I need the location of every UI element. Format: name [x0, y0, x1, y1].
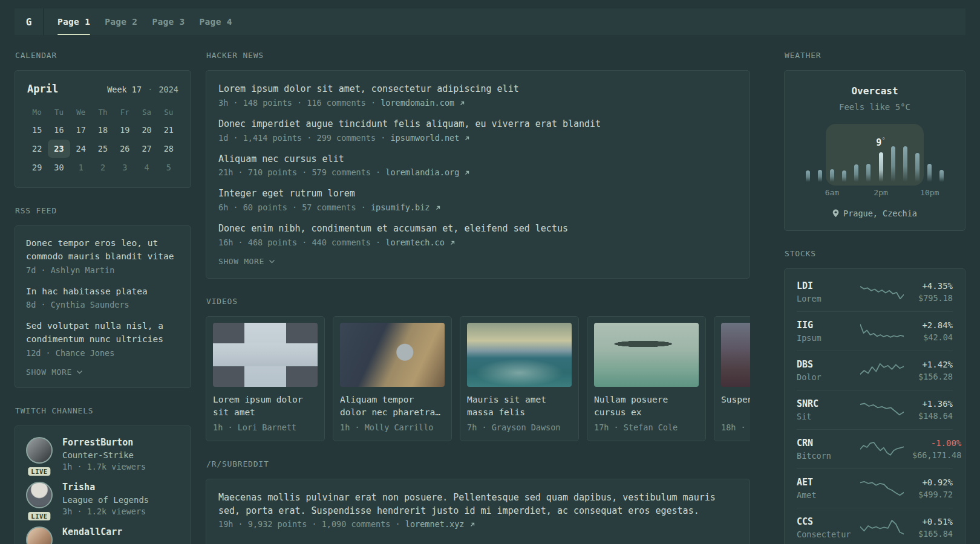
tab-page-4[interactable]: Page 4 — [200, 8, 232, 35]
calendar-grid: MoTuWeThFrSaSu15161718192021222324252627… — [26, 105, 180, 176]
calendar-day[interactable]: 28 — [158, 140, 180, 158]
section-title-rss: RSS FEED — [15, 206, 191, 215]
calendar-day[interactable]: 1 — [70, 158, 92, 176]
hn-domain-link[interactable]: loremtech.co — [385, 238, 456, 247]
weather-location[interactable]: Prague, Czechia — [797, 209, 953, 218]
calendar-day[interactable]: 20 — [136, 121, 157, 139]
hn-item[interactable]: Donec imperdiet augue tincidunt felis al… — [218, 118, 737, 143]
video-title: Aliquam tempor dolor nec pharetra… — [340, 393, 445, 419]
video-card[interactable]: Mauris sit amet massa felis7h · Grayson … — [460, 316, 579, 441]
stock-values: +4.35%$795.18 — [912, 281, 953, 303]
calendar-day[interactable]: 22 — [26, 140, 48, 158]
calendar-day[interactable]: 17 — [70, 121, 92, 139]
calendar-day[interactable]: 30 — [48, 158, 70, 176]
hn-item[interactable]: Donec enim nibh, condimentum et accumsan… — [218, 222, 737, 247]
rss-item[interactable]: In hac habitasse platea8d · Cynthia Saun… — [26, 285, 180, 310]
weather-hour-bar — [939, 170, 944, 182]
calendar-day[interactable]: 25 — [92, 140, 114, 158]
calendar-day-selected[interactable]: 23 — [48, 140, 70, 158]
stock-row[interactable]: CRNBitcorn-1.00%$66,171.48 — [797, 429, 953, 468]
hn-item[interactable]: Integer eget rutrum lorem6h · 60 points … — [218, 187, 737, 212]
reddit-domain-link[interactable]: loremnet.xyz — [405, 519, 475, 529]
stock-row[interactable]: IIGIpsum+2.84%$42.04 — [797, 311, 953, 351]
tab-page-1[interactable]: Page 1 — [57, 8, 90, 35]
section-title-hackernews: HACKER NEWS — [206, 51, 750, 60]
hn-domain-link[interactable]: ipsumify.biz — [371, 202, 441, 212]
stock-row[interactable]: SNRCSit+1.36%$148.64 — [797, 390, 953, 429]
hn-item-meta: 6h · 60 points · 57 comments · ipsumify.… — [218, 202, 737, 212]
twitch-channel[interactable]: KendallCarr — [26, 526, 180, 544]
rss-item-meta: 7d · Ashlyn Martin — [26, 265, 180, 275]
video-card[interactable]: Nullam posuere cursus ex17h · Stefan Col… — [587, 316, 706, 441]
stock-price: $499.72 — [912, 490, 953, 499]
reddit-post[interactable]: Maecenas mollis pulvinar erat non posuer… — [218, 491, 737, 529]
calendar-day[interactable]: 15 — [26, 121, 48, 139]
hn-item[interactable]: Aliquam nec cursus elit21h · 710 points … — [218, 153, 737, 178]
hn-item-meta: 1d · 1,414 points · 299 comments · ipsum… — [218, 133, 737, 143]
hn-item[interactable]: Lorem ipsum dolor sit amet, consectetur … — [218, 83, 737, 108]
stock-row[interactable]: LDILorem+4.35%$795.18 — [797, 273, 953, 311]
video-card[interactable]: Suspendisse diam18h · Tara — [714, 316, 750, 441]
external-link-icon — [464, 135, 470, 141]
video-card[interactable]: Aliquam tempor dolor nec pharetra…1h · M… — [333, 316, 452, 441]
app-logo[interactable]: G — [15, 8, 44, 35]
calendar-day[interactable]: 26 — [114, 140, 136, 158]
calendar-weekday: We — [70, 105, 92, 120]
video-card[interactable]: Lorem ipsum dolor sit amet consectetu…1h… — [206, 316, 325, 441]
hackernews-show-more-button[interactable]: SHOW MORE — [218, 257, 275, 266]
calendar-day[interactable]: 24 — [70, 140, 92, 158]
calendar-day[interactable]: 27 — [136, 140, 157, 158]
tab-page-3[interactable]: Page 3 — [152, 8, 185, 35]
stock-price: $795.18 — [912, 293, 953, 303]
hn-domain-link[interactable]: loremdomain.com — [381, 98, 465, 108]
weather-hour-bar — [927, 164, 932, 182]
hackernews-card: Lorem ipsum dolor sit amet, consectetur … — [206, 70, 750, 279]
rss-item[interactable]: Sed volutpat nulla nisl, a condimentum n… — [26, 320, 180, 358]
twitch-channel[interactable]: LIVETrishaLeague of Legends3h · 1.2k vie… — [26, 482, 180, 516]
weather-hour-bar — [818, 170, 822, 182]
calendar-day[interactable]: 4 — [136, 158, 157, 176]
stocks-card: LDILorem+4.35%$795.18IIGIpsum+2.84%$42.0… — [784, 268, 965, 544]
calendar-day[interactable]: 3 — [114, 158, 136, 176]
hn-item-meta: 16h · 468 points · 440 comments · loremt… — [218, 238, 737, 247]
video-meta: 18h · Tara — [721, 423, 750, 432]
hn-item-meta: 21h · 710 points · 579 comments · loreml… — [218, 167, 737, 177]
calendar-day[interactable]: 2 — [92, 158, 114, 176]
rss-show-more-button[interactable]: SHOW MORE — [26, 368, 83, 377]
twitch-meta: 3h · 1.2k viewers — [62, 507, 149, 516]
twitch-channel-list: LIVEForrestBurtonCounter-Strike1h · 1.7k… — [26, 437, 180, 544]
stock-row[interactable]: CCSConsectetur+0.51%$165.84 — [797, 508, 953, 544]
weather-hour-bar — [866, 164, 871, 182]
calendar-day[interactable]: 16 — [48, 121, 70, 139]
stock-name: Sit — [797, 412, 860, 421]
weather-hour-slot — [899, 140, 911, 182]
stock-row[interactable]: DBSDolor+1.42%$156.28 — [797, 351, 953, 390]
weather-hour-slot — [887, 140, 899, 182]
stock-sparkline — [860, 517, 904, 538]
hn-domain-link[interactable]: loremlandia.org — [385, 167, 470, 177]
rss-item[interactable]: Donec tempor eros leo, ut commodo mauris… — [26, 237, 180, 275]
twitch-channel-name: Trisha — [62, 482, 149, 493]
rss-item-meta: 8d · Cynthia Saunders — [26, 300, 180, 309]
twitch-channel[interactable]: LIVEForrestBurtonCounter-Strike1h · 1.7k… — [26, 437, 180, 471]
calendar-day[interactable]: 19 — [114, 121, 136, 139]
stock-row[interactable]: AETAmet+0.92%$499.72 — [797, 468, 953, 508]
stock-name: Lorem — [797, 294, 860, 303]
calendar-week: Week 17 · 2024 — [107, 85, 178, 94]
hn-domain-link[interactable]: ipsumworld.net — [390, 133, 470, 143]
calendar-widget: CALENDAR April Week 17 · 2024 MoTuWeThFr… — [15, 51, 191, 188]
weather-widget: WEATHER Overcast Feels like 5°C 9° 6am2p… — [784, 51, 965, 231]
calendar-day[interactable]: 18 — [92, 121, 114, 139]
calendar-day[interactable]: 21 — [158, 121, 180, 139]
external-link-icon — [449, 240, 456, 246]
hn-item-title: Donec enim nibh, condimentum et accumsan… — [218, 222, 737, 236]
stock-sparkline — [860, 439, 904, 459]
calendar-day[interactable]: 29 — [26, 158, 48, 176]
calendar-day[interactable]: 5 — [158, 158, 180, 176]
dot-separator: · — [146, 85, 154, 94]
stock-change: +0.51% — [912, 517, 953, 526]
section-title-stocks: STOCKS — [785, 249, 965, 258]
middle-column: HACKER NEWS Lorem ipsum dolor sit amet, … — [206, 51, 750, 544]
weather-time-label: 6am — [825, 188, 839, 197]
tab-page-2[interactable]: Page 2 — [105, 8, 137, 35]
